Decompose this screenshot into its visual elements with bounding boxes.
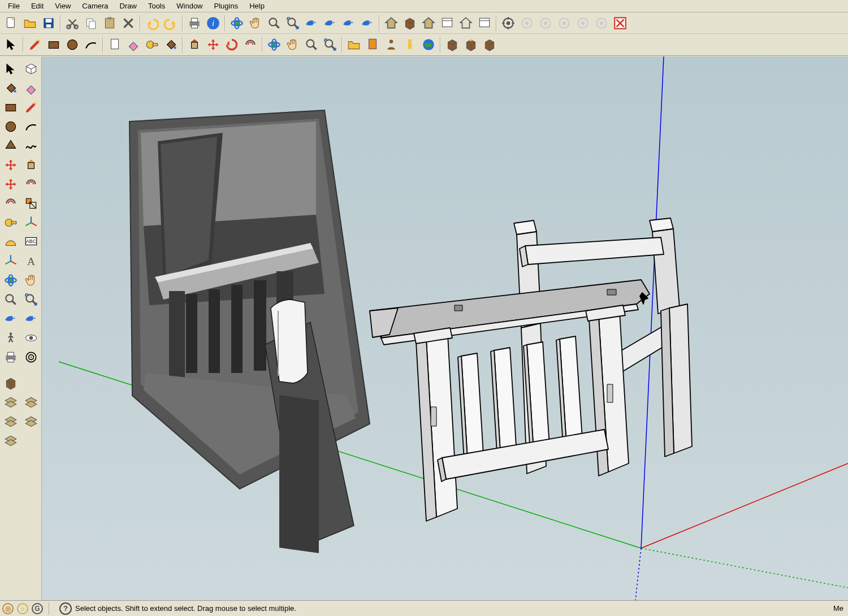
rotate-red-icon[interactable] <box>2 156 20 174</box>
dolphin-3-icon[interactable] <box>340 14 358 32</box>
menu-plugins[interactable]: Plugins <box>209 1 244 11</box>
layers-3-icon[interactable] <box>2 413 20 431</box>
orbit-nav-icon[interactable] <box>228 14 246 32</box>
menu-edit[interactable]: Edit <box>25 1 49 11</box>
dolphin-icon[interactable] <box>2 310 20 328</box>
menu-file[interactable]: File <box>2 1 25 11</box>
menu-camera[interactable]: Camera <box>76 1 114 11</box>
zoom-nav-icon[interactable] <box>265 14 283 32</box>
cut-scissors-icon[interactable] <box>63 14 81 32</box>
orbit-blue-icon[interactable] <box>2 271 20 289</box>
window-2-icon[interactable] <box>475 14 494 32</box>
eraser-pink-icon[interactable] <box>22 79 40 97</box>
box-up-icon[interactable] <box>462 36 480 54</box>
rectangle-fill-icon[interactable] <box>2 98 20 116</box>
status-btn-3[interactable]: G <box>32 603 43 614</box>
figure-yellow-icon[interactable] <box>401 36 419 54</box>
freehand-icon[interactable] <box>22 137 40 155</box>
copy-icon[interactable] <box>82 14 100 32</box>
text-a-icon[interactable]: A <box>22 252 40 270</box>
eye-look-icon[interactable] <box>22 329 40 347</box>
paint-tool-icon[interactable] <box>162 36 180 54</box>
select-tool-icon[interactable] <box>2 36 20 54</box>
home-small-icon[interactable] <box>419 14 438 32</box>
layers-1-icon[interactable] <box>2 393 20 411</box>
earth-icon[interactable] <box>419 36 438 54</box>
redo-icon[interactable] <box>162 14 180 32</box>
protractor-icon[interactable] <box>2 233 20 251</box>
tape-measure-icon[interactable] <box>2 214 20 232</box>
layers-4-icon[interactable] <box>22 413 40 431</box>
box-model-icon[interactable] <box>401 14 419 32</box>
offset-tool-icon[interactable] <box>241 36 259 54</box>
rect-tool-icon[interactable] <box>45 36 63 54</box>
zoom-extents-icon[interactable] <box>22 290 40 309</box>
rotate-tool-icon[interactable] <box>223 36 241 54</box>
box-misc-icon[interactable] <box>481 36 499 54</box>
walk-icon[interactable] <box>2 329 20 347</box>
select-arrow-icon[interactable] <box>2 60 20 78</box>
menu-help[interactable]: Help <box>244 1 270 11</box>
window-1-icon[interactable] <box>438 14 456 32</box>
push-red-icon[interactable] <box>185 36 204 54</box>
page-icon[interactable] <box>106 36 124 54</box>
footprints-icon[interactable] <box>2 348 20 366</box>
target-circle-icon[interactable] <box>499 14 517 32</box>
menu-view[interactable]: View <box>49 1 76 11</box>
help-icon[interactable]: ? <box>59 602 72 615</box>
zoom-icon[interactable] <box>2 290 20 309</box>
eraser-tool-icon[interactable] <box>124 36 142 54</box>
menu-window[interactable]: Window <box>171 1 208 11</box>
pan-hand-icon[interactable] <box>22 271 40 289</box>
home-outline-icon[interactable] <box>457 14 475 32</box>
layers-5-icon[interactable] <box>2 432 20 450</box>
paint-bucket-icon[interactable] <box>2 79 20 97</box>
arc-tool-icon[interactable] <box>82 36 100 54</box>
dolphin-next-icon[interactable] <box>321 14 339 32</box>
line-pencil-icon[interactable] <box>22 98 40 116</box>
pan-nav-icon[interactable] <box>246 14 265 32</box>
page-orange-icon[interactable] <box>364 36 382 54</box>
undo-icon[interactable] <box>143 14 161 32</box>
zoom-window-icon[interactable] <box>284 14 302 32</box>
box-brown-icon[interactable] <box>2 374 20 392</box>
offset-icon[interactable] <box>2 194 20 212</box>
polygon-fill-icon[interactable] <box>2 137 20 155</box>
save-disk-icon[interactable] <box>40 14 58 32</box>
gear-grey-icon[interactable] <box>518 14 536 32</box>
status-btn-1[interactable]: ◎ <box>2 603 14 614</box>
delete-x-icon[interactable] <box>119 14 137 32</box>
tape-tool-icon[interactable] <box>143 36 161 54</box>
iso-view-icon[interactable] <box>22 60 40 78</box>
zoom-tool-icon[interactable] <box>302 36 321 54</box>
text-abc-icon[interactable]: ABC <box>22 233 40 251</box>
plane-grey-icon[interactable] <box>574 14 592 32</box>
open-folder-icon[interactable] <box>21 14 39 32</box>
follow-me-icon[interactable] <box>22 175 40 193</box>
status-btn-2[interactable]: ☼ <box>17 603 28 614</box>
orbit-tool-icon[interactable] <box>265 36 283 54</box>
layers-2-icon[interactable] <box>22 393 40 411</box>
info-blue-icon[interactable]: i <box>204 14 222 32</box>
paste-icon[interactable] <box>101 14 119 32</box>
wrench-grey-icon[interactable] <box>555 14 573 32</box>
scale-orange-icon[interactable] <box>22 194 40 212</box>
box-out-icon[interactable] <box>443 36 461 54</box>
zoom-ext-tool-icon[interactable] <box>321 36 339 54</box>
rotate-red-2-icon[interactable] <box>2 175 20 193</box>
circle-fill-icon[interactable] <box>2 118 20 136</box>
pencil-red-icon[interactable] <box>26 36 44 54</box>
plane-grey-2-icon[interactable] <box>592 14 611 32</box>
push-pull-orange-icon[interactable] <box>22 156 40 174</box>
print-icon[interactable] <box>185 14 204 32</box>
menu-tools[interactable]: Tools <box>142 1 171 11</box>
house-model-icon[interactable] <box>382 14 400 32</box>
menu-draw[interactable]: Draw <box>114 1 142 11</box>
axes-tool-icon[interactable] <box>22 214 40 232</box>
dolphin-4-icon[interactable] <box>358 14 377 32</box>
new-file-icon[interactable] <box>2 14 20 32</box>
dolphin-prev-icon[interactable] <box>302 14 321 32</box>
lock-grey-icon[interactable] <box>537 14 555 32</box>
folder-yellow-icon[interactable] <box>345 36 363 54</box>
axes-star-icon[interactable] <box>2 252 20 270</box>
